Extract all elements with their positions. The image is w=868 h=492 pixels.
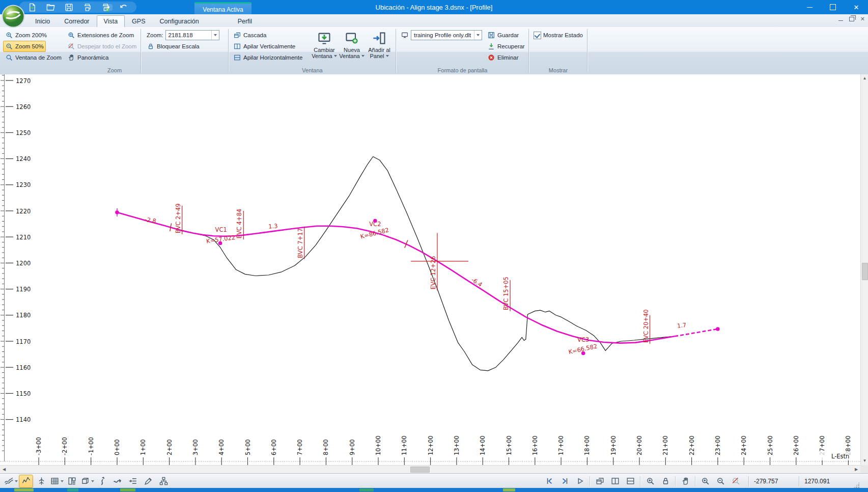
show-state-checkbox-row[interactable]: Mostrar Estado (531, 30, 585, 41)
corridor-icon (4, 476, 14, 486)
lock-view-button[interactable] (658, 475, 673, 488)
save-button[interactable] (62, 1, 76, 14)
cascade-button[interactable]: Cascada (231, 30, 268, 41)
zoom-out-button[interactable] (713, 475, 727, 488)
zoom-in-button[interactable] (698, 475, 712, 488)
taskbar-strip (0, 488, 868, 492)
print-button[interactable] (80, 1, 94, 14)
tab-inicio[interactable]: Inicio (28, 15, 57, 27)
combo-dropdown-button[interactable] (474, 31, 482, 40)
horizontal-scroll-thumb[interactable] (410, 467, 430, 473)
new-document-button[interactable] (25, 1, 39, 14)
tab-configuracion[interactable]: Configuración (153, 15, 206, 27)
maximize-button[interactable] (821, 0, 845, 14)
view-next-button[interactable] (557, 475, 572, 488)
vertical-scrollbar[interactable]: ▲ ▼ (860, 74, 868, 465)
panel-layout-button[interactable] (65, 475, 79, 488)
combo-dropdown-button[interactable] (211, 31, 219, 40)
svg-text:1210: 1210 (16, 234, 31, 241)
svg-text:1270: 1270 (16, 77, 31, 85)
mdi-restore-icon[interactable] (849, 17, 854, 21)
profile-button[interactable] (19, 475, 33, 488)
view-previous-button[interactable] (542, 475, 556, 488)
wavy-arrow-button[interactable] (110, 475, 125, 488)
tab-gps[interactable]: GPS (125, 15, 152, 27)
save-icon (487, 31, 495, 39)
tile-horizontal-button[interactable] (623, 475, 637, 488)
screen-format-combobox[interactable]: training Profile only.dlt (411, 30, 482, 40)
profile-icon (21, 476, 31, 486)
vc-name-label: VC3 (577, 336, 589, 343)
mdi-minimize-icon[interactable] (838, 20, 843, 21)
s-curve-arrow-button[interactable] (95, 475, 109, 488)
tile-horizontal-button[interactable]: Apilar Horizontalmente (231, 52, 304, 63)
change-window-button[interactable]: Cambiar Ventana (311, 29, 338, 68)
vc-name-label: VC1 (215, 226, 227, 233)
open-folder-button[interactable] (43, 1, 58, 14)
add-to-panel-icon (372, 31, 386, 45)
group-label-mostrar: Mostrar (530, 67, 586, 73)
close-button[interactable]: ✕ (845, 0, 868, 14)
lock-view-icon (661, 476, 670, 486)
zoom-extents-button[interactable]: Extensiones de Zoom (65, 30, 136, 41)
add-to-panel-button[interactable]: Añadir al Panel (366, 29, 393, 68)
contextual-tab-group[interactable]: Ventana Activa (194, 2, 251, 16)
clear-zoom-label: Despejar todo el Zoom (77, 43, 136, 49)
tile-vertical-button[interactable]: Apilar Verticalmente (231, 41, 297, 52)
task bar-thumbnail (359, 488, 374, 491)
pan-hand-button[interactable] (678, 475, 692, 488)
checkbox-checked-icon[interactable] (534, 32, 541, 39)
vertical-scroll-thumb[interactable] (862, 263, 868, 280)
zoom-window-button[interactable] (643, 475, 657, 488)
dropdown-arrow-icon (334, 55, 337, 57)
zoom-value-combobox[interactable]: 2181.818 (165, 30, 219, 40)
svg-text:1+00: 1+00 (139, 439, 147, 455)
pencil-edit-button[interactable] (141, 475, 155, 488)
pan-button[interactable]: Panorámica (65, 52, 110, 63)
svg-text:15+00: 15+00 (506, 435, 513, 455)
restore-icon (487, 42, 495, 50)
screen-format-value[interactable]: training Profile only.dlt (411, 32, 474, 38)
zoom-window-button[interactable]: Ventana de Zoom (3, 52, 64, 63)
dropdown-arrow-icon (91, 480, 94, 482)
tab-corredor[interactable]: Corredor (57, 15, 96, 27)
new-window-button[interactable]: Nueva Ventana (338, 29, 366, 68)
delete-format-button[interactable]: Eliminar (485, 52, 521, 63)
zoom-extents-label: Extensiones de Zoom (77, 32, 134, 38)
application-logo[interactable] (2, 5, 25, 28)
svg-text:16+00: 16+00 (531, 435, 539, 455)
grid-button[interactable] (49, 475, 64, 488)
horizontal-scrollbar[interactable]: ◀ ▶ (0, 465, 860, 474)
lines-arrow-button[interactable] (126, 475, 140, 488)
cross-section-button[interactable] (34, 475, 48, 488)
tab-vista[interactable]: Vista (97, 15, 125, 27)
clear-zoom-button[interactable]: Despejar todo el Zoom (65, 41, 138, 52)
zoom-disabled-button[interactable] (729, 475, 743, 488)
profile-view[interactable]: 1140115011601170118011901200121012201230… (0, 74, 860, 465)
undo-button[interactable] (117, 1, 131, 14)
cube-button[interactable] (80, 475, 94, 488)
svg-text:11+00: 11+00 (401, 435, 408, 455)
minimize-button[interactable] (798, 0, 821, 14)
cascade-windows-button[interactable] (593, 475, 607, 488)
scroll-down-icon[interactable]: ▼ (861, 458, 868, 464)
zoom-value[interactable]: 2181.818 (166, 32, 211, 38)
lock-scale-button[interactable]: Bloquear Escala (145, 41, 202, 52)
corridor-button[interactable] (4, 475, 18, 488)
quick-access-customize-button[interactable] (104, 4, 113, 11)
scroll-right-icon[interactable]: ▶ (853, 466, 859, 473)
restore-format-button[interactable]: Recuperar (485, 41, 527, 52)
tile-vertical-button[interactable] (608, 475, 622, 488)
svg-text:14+00: 14+00 (479, 435, 486, 455)
scroll-up-icon[interactable]: ▲ (861, 75, 868, 81)
tab-perfil[interactable]: Perfil (231, 15, 259, 27)
mdi-close-icon[interactable]: ✕ (860, 16, 865, 22)
scroll-left-icon[interactable]: ◀ (1, 466, 7, 473)
tree-structure-button[interactable] (156, 475, 171, 488)
zoom-50-button[interactable]: Zoom 50% (3, 41, 46, 52)
zoom-200-button[interactable]: Zoom 200% (3, 30, 49, 41)
svg-text:1230: 1230 (16, 181, 31, 188)
svg-text:4+00: 4+00 (218, 439, 225, 455)
save-format-button[interactable]: Guardar (485, 30, 521, 41)
play-button[interactable] (573, 475, 587, 488)
